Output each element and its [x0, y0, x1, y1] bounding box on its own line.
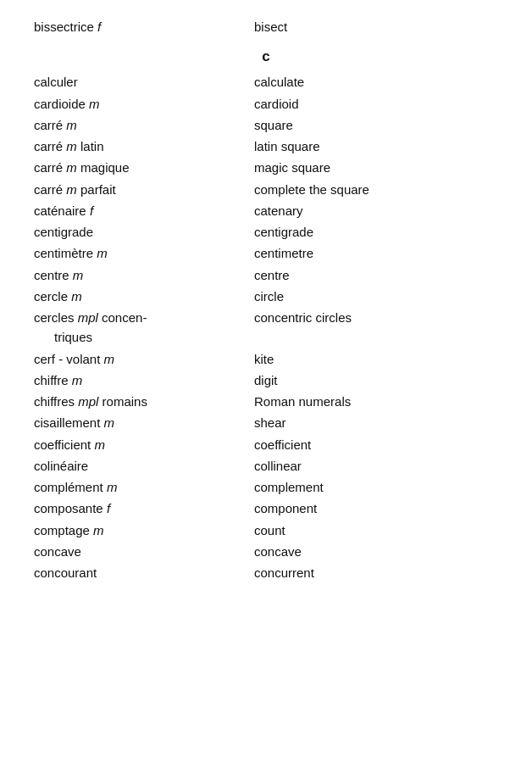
french-italic: m: [73, 268, 84, 282]
english-term: catenary: [254, 201, 498, 220]
english-term: concentric circles: [254, 308, 498, 348]
french-italic: m: [72, 373, 83, 387]
french-term: comptage m: [34, 521, 254, 540]
entry-20: comptage mcount: [34, 521, 498, 540]
french-italic: m: [94, 437, 105, 452]
french-term: cisaillement m: [34, 413, 254, 432]
english-term: bisect: [254, 17, 498, 36]
french-plain: bissectrice: [34, 19, 97, 34]
entry-15: cisaillement mshear: [34, 413, 498, 432]
french-term: chiffre m: [34, 370, 254, 390]
french-term: concave: [34, 542, 254, 561]
french-term: chiffres mpl romains: [34, 392, 254, 411]
french-italic: mpl: [78, 310, 98, 325]
english-term: complete the square: [254, 180, 498, 199]
french-term: calculer: [34, 72, 254, 92]
entry-0: calculercalculate: [34, 72, 498, 92]
french-term: centimètre m: [34, 243, 254, 263]
french-italic: m: [66, 118, 77, 132]
english-term: centre: [254, 265, 498, 285]
entry-8: centimètre mcentimetre: [34, 243, 498, 263]
french-term: colinéaire: [34, 456, 254, 476]
english-term: shear: [254, 413, 498, 432]
english-term: component: [254, 498, 498, 518]
french-term: carré m parfait: [34, 180, 254, 199]
entry-22: concourantconcurrent: [34, 563, 498, 582]
french-italic: m: [93, 523, 104, 537]
french-term: caténaire f: [34, 201, 254, 220]
entry-19: composante fcomponent: [34, 498, 498, 518]
french-italic: m: [66, 182, 77, 197]
entries-list: calculercalculatecardioide mcardioidcarr…: [34, 72, 498, 582]
entry-17: colinéairecollinear: [34, 456, 498, 476]
english-term: digit: [254, 370, 498, 390]
english-term: magic square: [254, 158, 498, 177]
french-italic: f: [90, 203, 93, 218]
english-term: concurrent: [254, 563, 498, 582]
french-italic: m: [66, 139, 77, 153]
entry-12: cerf - volant mkite: [34, 349, 498, 369]
english-term: circle: [254, 287, 498, 306]
french-term: concourant: [34, 563, 254, 582]
english-term: latin square: [254, 136, 498, 156]
french-term: carré m: [34, 115, 254, 135]
french-term: complément m: [34, 477, 254, 497]
french-italic: m: [107, 480, 118, 494]
french-term: cercle m: [34, 287, 254, 306]
english-term: cardioid: [254, 94, 498, 114]
french-term: centre m: [34, 265, 254, 285]
entry-10: cercle mcircle: [34, 287, 498, 306]
entry-6: caténaire fcatenary: [34, 201, 498, 220]
entry-2: carré msquare: [34, 115, 498, 135]
french-italic: m: [66, 160, 77, 175]
entry-1: cardioide mcardioid: [34, 94, 498, 114]
entry-14: chiffres mpl romainsRoman numerals: [34, 392, 498, 411]
english-term: square: [254, 115, 498, 135]
french-italic: m: [97, 246, 108, 260]
french-term: carré m magique: [34, 158, 254, 177]
section-header-c: c: [34, 48, 498, 65]
french-italic: m: [71, 289, 82, 304]
entry-5: carré m parfaitcomplete the square: [34, 180, 498, 199]
french-term: cercles mpl concen-triques: [34, 308, 254, 348]
french-italic: mpl: [78, 394, 98, 409]
entry-9: centre mcentre: [34, 265, 498, 285]
entry-3: carré m latinlatin square: [34, 136, 498, 156]
entry-wrap-11: cercles mpl concen-triquesconcentric cir…: [34, 308, 498, 348]
entry-4: carré m magiquemagic square: [34, 158, 498, 177]
entry-13: chiffre mdigit: [34, 370, 498, 390]
french-line1: cercles mpl concen-: [34, 308, 246, 327]
french-italic: m: [89, 97, 100, 111]
english-term: centimetre: [254, 243, 498, 263]
french-term: cerf - volant m: [34, 349, 254, 369]
french-italic: f: [107, 501, 110, 515]
french-term: centigrade: [34, 222, 254, 242]
french-term: composante f: [34, 498, 254, 518]
english-term: complement: [254, 477, 498, 497]
english-term: coefficient: [254, 435, 498, 454]
english-term: collinear: [254, 456, 498, 476]
french-italic: m: [104, 415, 115, 430]
english-term: kite: [254, 349, 498, 369]
english-term: calculate: [254, 72, 498, 92]
entry-7: centigradecentigrade: [34, 222, 498, 242]
entry-21: concaveconcave: [34, 542, 498, 561]
french-line2: triques: [34, 327, 246, 347]
french-italic: f: [97, 19, 101, 34]
french-term: carré m latin: [34, 136, 254, 156]
french-term: coefficient m: [34, 435, 254, 454]
french-term: cardioide m: [34, 94, 254, 114]
french-italic: m: [104, 352, 115, 366]
french-term: bissectrice f: [34, 17, 254, 36]
english-term: concave: [254, 542, 498, 561]
entry-18: complément mcomplement: [34, 477, 498, 497]
english-term: centigrade: [254, 222, 498, 242]
entry-bissectrice: bissectrice f bisect: [34, 17, 498, 36]
entry-16: coefficient mcoefficient: [34, 435, 498, 454]
english-term: Roman numerals: [254, 392, 498, 411]
english-term: count: [254, 521, 498, 540]
